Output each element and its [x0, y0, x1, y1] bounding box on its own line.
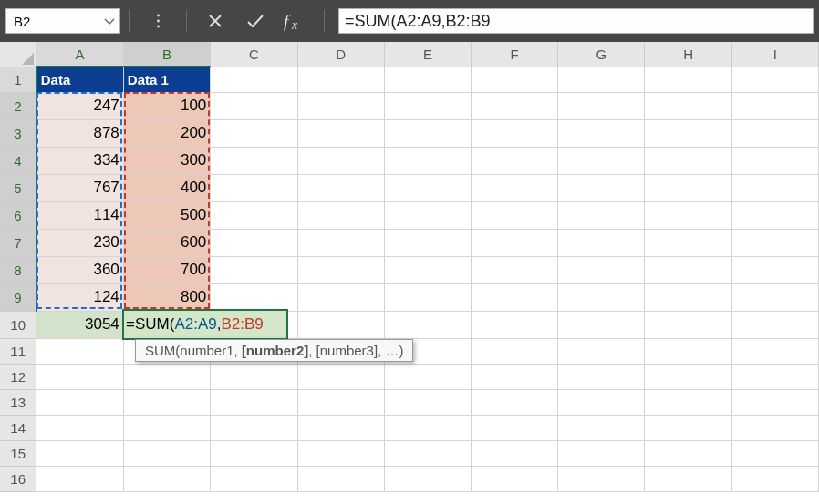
cell-B14[interactable] — [123, 415, 211, 440]
cell-B3[interactable]: 200 — [123, 119, 211, 147]
cell-A10[interactable]: 3054 — [36, 311, 124, 338]
cell-F14[interactable] — [472, 415, 558, 440]
cell-H4[interactable] — [645, 147, 731, 174]
cancel-button[interactable] — [195, 8, 235, 34]
cell-B5[interactable]: 400 — [123, 174, 211, 201]
cell-A7[interactable]: 230 — [36, 229, 124, 256]
cell-H8[interactable] — [645, 256, 731, 283]
cell-C13[interactable] — [211, 389, 297, 415]
cell-G4[interactable] — [558, 147, 645, 174]
cell-G11[interactable] — [558, 338, 645, 364]
row-head-7[interactable]: 7 — [0, 229, 36, 256]
cell-H14[interactable] — [645, 415, 731, 440]
cell-F6[interactable] — [472, 201, 558, 229]
cell-A1[interactable]: Data — [36, 67, 124, 92]
cell-D3[interactable] — [297, 119, 384, 147]
cell-E5[interactable] — [384, 174, 471, 201]
cell-D2[interactable] — [297, 92, 384, 119]
cell-H16[interactable] — [645, 466, 731, 491]
cell-C3[interactable] — [211, 119, 297, 147]
cell-E13[interactable] — [384, 389, 471, 415]
name-box[interactable]: B2 — [5, 8, 120, 34]
fx-button[interactable]: f x — [275, 8, 316, 34]
cell-I11[interactable] — [731, 338, 818, 364]
cell-H7[interactable] — [645, 229, 731, 256]
cell-A2[interactable]: 247 — [36, 92, 124, 119]
cell-C5[interactable] — [211, 174, 297, 201]
cell-H3[interactable] — [645, 119, 731, 147]
cell-C7[interactable] — [211, 229, 297, 256]
col-head-H[interactable]: H — [645, 42, 731, 67]
cell-G15[interactable] — [558, 440, 645, 466]
cell-C14[interactable] — [211, 415, 297, 440]
row-head-8[interactable]: 8 — [0, 256, 36, 283]
cell-I9[interactable] — [731, 283, 818, 311]
cell-E4[interactable] — [384, 147, 471, 174]
cell-I8[interactable] — [731, 256, 818, 283]
row-head-11[interactable]: 11 — [0, 338, 36, 364]
formula-bar[interactable]: =SUM(A2:A9,B2:B9 — [338, 8, 814, 34]
cell-A13[interactable] — [36, 389, 124, 415]
row-head-14[interactable]: 14 — [0, 415, 36, 440]
row-head-9[interactable]: 9 — [0, 283, 36, 311]
cell-A4[interactable]: 334 — [36, 147, 124, 174]
enter-button[interactable] — [235, 8, 275, 34]
cell-E6[interactable] — [384, 201, 471, 229]
cell-B2[interactable]: 100 — [123, 92, 211, 119]
col-head-I[interactable]: I — [731, 42, 818, 67]
cell-F4[interactable] — [472, 147, 558, 174]
cell-C8[interactable] — [211, 256, 297, 283]
cell-G16[interactable] — [558, 466, 645, 491]
cell-H2[interactable] — [645, 92, 731, 119]
cell-H10[interactable] — [645, 311, 731, 338]
cell-E8[interactable] — [384, 256, 471, 283]
cell-A9[interactable]: 124 — [36, 283, 124, 311]
row-head-10[interactable]: 10 — [0, 311, 36, 338]
cell-D7[interactable] — [297, 229, 384, 256]
cell-F10[interactable] — [472, 311, 558, 338]
cell-G14[interactable] — [558, 415, 645, 440]
cell-F11[interactable] — [472, 338, 558, 364]
col-head-A[interactable]: A — [36, 42, 124, 67]
cell-F8[interactable] — [472, 256, 558, 283]
row-head-2[interactable]: 2 — [0, 92, 36, 119]
cell-G2[interactable] — [558, 92, 645, 119]
cell-C2[interactable] — [211, 92, 297, 119]
cell-C6[interactable] — [211, 201, 297, 229]
cell-A16[interactable] — [36, 466, 124, 491]
cell-G10[interactable] — [558, 311, 645, 338]
row-head-3[interactable]: 3 — [0, 119, 36, 147]
cell-D10[interactable] — [297, 311, 384, 338]
cell-B6[interactable]: 500 — [123, 201, 211, 229]
cell-H13[interactable] — [645, 389, 731, 415]
cell-E1[interactable] — [384, 67, 471, 92]
cell-E12[interactable] — [384, 364, 471, 389]
cell-G9[interactable] — [558, 283, 645, 311]
cell-B12[interactable] — [123, 364, 211, 389]
cell-I13[interactable] — [731, 389, 818, 415]
cell-D15[interactable] — [297, 440, 384, 466]
row-head-1[interactable]: 1 — [0, 67, 36, 92]
cell-F2[interactable] — [472, 92, 558, 119]
cell-F16[interactable] — [472, 466, 558, 491]
cell-A3[interactable]: 878 — [36, 119, 124, 147]
cell-I10[interactable] — [731, 311, 818, 338]
cell-I4[interactable] — [731, 147, 818, 174]
cell-G1[interactable] — [558, 67, 645, 92]
cell-H1[interactable] — [645, 67, 731, 92]
cell-D6[interactable] — [297, 201, 384, 229]
cell-A12[interactable] — [36, 364, 124, 389]
cell-E15[interactable] — [384, 440, 471, 466]
cell-G5[interactable] — [558, 174, 645, 201]
cell-A5[interactable]: 767 — [36, 174, 124, 201]
cell-H11[interactable] — [645, 338, 731, 364]
cell-F7[interactable] — [472, 229, 558, 256]
cell-I5[interactable] — [731, 174, 818, 201]
cell-F3[interactable] — [472, 119, 558, 147]
cell-D5[interactable] — [297, 174, 384, 201]
cell-D1[interactable] — [297, 67, 384, 92]
cell-C1[interactable] — [211, 67, 297, 92]
cell-G3[interactable] — [558, 119, 645, 147]
cell-E3[interactable] — [384, 119, 471, 147]
cell-C16[interactable] — [211, 466, 297, 491]
